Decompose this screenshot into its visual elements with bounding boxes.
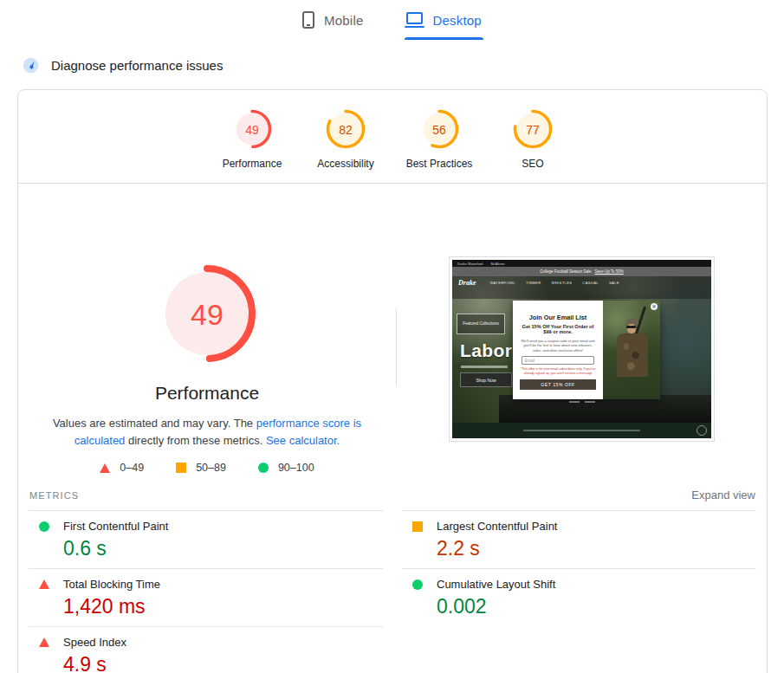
summary-left: 49 Performance Values are estimated and … xyxy=(18,184,396,478)
page-title: Diagnose performance issues xyxy=(51,58,223,73)
see-calculator-link[interactable]: See calculator. xyxy=(266,434,340,447)
carousel-dashes xyxy=(569,401,580,403)
site-hero-image: Drake WATERFOWLTIMBERWHISTLESCASUALSALE … xyxy=(452,276,711,423)
modal-content: Join Our Email List Get 15% Off Your Fir… xyxy=(513,301,603,399)
desktop-laptop-icon xyxy=(406,12,423,24)
metric-value: 2.2 s xyxy=(437,537,756,560)
circle-icon xyxy=(39,521,49,532)
svg-text:49: 49 xyxy=(245,123,259,137)
metric-value: 0.6 s xyxy=(63,537,383,560)
modal-disclaimer: *This offer is for new email subscribers… xyxy=(519,367,597,376)
announcement-text: College Football Season Sale xyxy=(540,269,591,274)
site-nav-item: SALE xyxy=(609,281,619,285)
email-signup-modal: Join Our Email List Get 15% Off Your Fir… xyxy=(513,301,660,399)
svg-text:77: 77 xyxy=(526,123,540,137)
report-card: 49Performance 82Accessibility 56Best Pra… xyxy=(17,89,768,673)
page-screenshot-thumbnail[interactable]: Drake Waterfowl McAlister College Footba… xyxy=(449,256,715,442)
circle-icon xyxy=(412,579,423,590)
legend-90-100: 90–100 xyxy=(258,462,314,474)
mobile-phone-icon xyxy=(302,11,314,29)
summary-right: Drake Waterfowl McAlister College Footba… xyxy=(397,184,767,478)
metric-largest-contentful-paint: Largest Contentful Paint2.2 s xyxy=(402,510,756,568)
metric-label: Total Blocking Time xyxy=(63,578,160,591)
svg-text:49: 49 xyxy=(191,298,224,331)
tab-mobile-label: Mobile xyxy=(324,13,363,28)
triangle-icon xyxy=(39,579,49,589)
legend-range: 0–49 xyxy=(120,462,144,474)
performance-gauge: 49 xyxy=(157,263,257,367)
metric-value: 4.9 s xyxy=(63,653,383,673)
metric-value: 1,420 ms xyxy=(63,595,383,618)
legend-range: 90–100 xyxy=(278,462,314,474)
legend-range: 50–89 xyxy=(196,462,226,474)
metric-label: Cumulative Layout Shift xyxy=(437,578,555,591)
gauge-performance[interactable]: 49Performance xyxy=(221,108,283,170)
metric-first-contentful-paint: First Contentful Paint0.6 s xyxy=(29,510,383,568)
hero-subtext-bar xyxy=(461,366,508,368)
tab-mobile[interactable]: Mobile xyxy=(301,8,365,40)
footer-text-bar xyxy=(523,430,640,432)
legend-50-89: 50–89 xyxy=(176,462,226,474)
diagnose-header: Diagnose performance issues xyxy=(23,57,784,74)
close-icon: ✕ xyxy=(651,303,658,310)
gauge-label: Best Practices xyxy=(406,158,473,170)
metric-label: First Contentful Paint xyxy=(63,520,168,533)
site-nav-item: WHISTLES xyxy=(552,281,573,285)
svg-text:56: 56 xyxy=(432,123,446,137)
svg-text:82: 82 xyxy=(339,123,353,137)
tab-desktop-label: Desktop xyxy=(432,13,481,28)
site-footer-bar xyxy=(452,423,711,438)
gauge-accessibility[interactable]: 82Accessibility xyxy=(314,108,377,170)
gauge-label: SEO xyxy=(522,158,543,170)
device-tabs: Mobile Desktop xyxy=(0,0,784,40)
gauge-best-practices[interactable]: 56Best Practices xyxy=(408,108,470,170)
site-announcement-bar: College Football Season Sale Save Up To … xyxy=(452,267,711,276)
gauge-seo[interactable]: 77SEO xyxy=(502,108,564,170)
modal-body-text: We'll send you a coupon code to your ema… xyxy=(519,339,597,353)
expand-view-button[interactable]: Expand view xyxy=(691,489,755,502)
announcement-link: Save Up To 50% xyxy=(594,269,623,274)
desc-text-2: directly from these metrics. xyxy=(125,434,266,447)
metric-speed-index: Speed Index4.9 s xyxy=(29,626,383,673)
tab-desktop[interactable]: Desktop xyxy=(405,8,483,40)
site-topbar-link: McAlister xyxy=(490,262,504,266)
site-topbar-link: Drake Waterfowl xyxy=(457,262,483,266)
pagespeed-insights-icon xyxy=(23,57,39,74)
footer-badge-icon xyxy=(697,425,707,436)
site-topbar: Drake Waterfowl McAlister xyxy=(452,260,711,267)
square-icon xyxy=(412,521,423,532)
metric-total-blocking-time: Total Blocking Time1,420 ms xyxy=(29,568,383,626)
legend-0-49: 0–49 xyxy=(100,462,144,474)
square-icon xyxy=(176,463,186,473)
get-discount-button: GET 15% OFF xyxy=(520,379,596,390)
score-legend: 0–4950–8990–100 xyxy=(100,462,314,474)
modal-photo xyxy=(603,301,660,399)
category-gauges: 49Performance 82Accessibility 56Best Pra… xyxy=(18,90,767,183)
site-nav-item: CASUAL xyxy=(582,281,599,285)
performance-title: Performance xyxy=(155,383,259,404)
metrics-heading: METRICS xyxy=(29,490,79,501)
metrics-header: METRICS Expand view xyxy=(29,483,756,510)
email-input: Email xyxy=(522,356,595,365)
site-logo: Drake xyxy=(458,279,476,287)
modal-heading: Join Our Email List xyxy=(529,314,587,321)
metrics-left-column: First Contentful Paint0.6 sTotal Blockin… xyxy=(29,510,383,673)
site-nav-item: TIMBER xyxy=(526,281,541,285)
gauge-label: Performance xyxy=(223,158,282,170)
man-sunglasses-shape xyxy=(626,326,636,328)
metrics-right-column: Largest Contentful Paint2.2 sCumulative … xyxy=(402,510,756,626)
metrics-grid: First Contentful Paint0.6 sTotal Blockin… xyxy=(29,510,756,673)
site-nav-item: WATERFOWL xyxy=(489,281,515,285)
triangle-icon xyxy=(100,463,110,473)
site-nav: Drake WATERFOWLTIMBERWHISTLESCASUALSALE xyxy=(452,279,711,287)
metric-label: Largest Contentful Paint xyxy=(437,520,557,533)
modal-offer: Get 15% Off Your First Order of $99 or m… xyxy=(519,324,597,336)
site-nav-items: WATERFOWLTIMBERWHISTLESCASUALSALE xyxy=(489,281,619,285)
desc-text-1: Values are estimated and may vary. The xyxy=(53,417,256,430)
featured-collections-box: Featured Collections xyxy=(457,314,505,334)
site-screenshot: Drake Waterfowl McAlister College Footba… xyxy=(452,260,711,438)
shop-now-button: Shop Now xyxy=(460,372,512,387)
metric-label: Speed Index xyxy=(63,636,126,649)
man-camo-shirt-shape xyxy=(617,333,648,377)
score-description: Values are estimated and may vary. The p… xyxy=(33,415,381,449)
